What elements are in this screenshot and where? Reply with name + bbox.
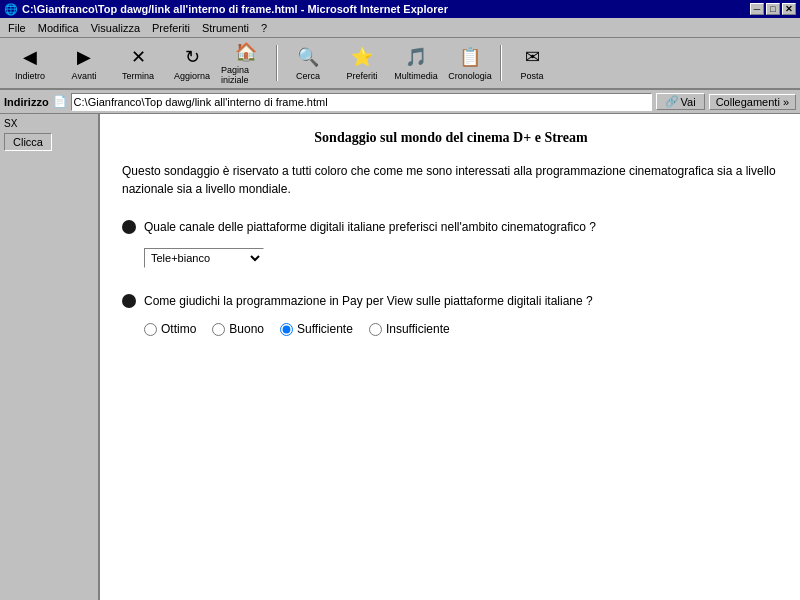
clicca-button[interactable]: Clicca — [4, 133, 52, 151]
stop-label: Termina — [122, 71, 154, 81]
menu-help[interactable]: ? — [255, 20, 273, 36]
history-button[interactable]: 📋 Cronologia — [444, 41, 496, 85]
question-2-block: Come giudichi la programmazione in Pay p… — [122, 292, 780, 336]
address-bar: Indirizzo 📄 🔗 Vai Collegamenti » — [0, 90, 800, 114]
content-frame: Sondaggio sul mondo del cinema D+ e Stre… — [100, 114, 800, 600]
menu-modifica[interactable]: Modifica — [32, 20, 85, 36]
menu-file[interactable]: File — [2, 20, 32, 36]
radio-insufficiente[interactable] — [369, 323, 382, 336]
home-icon: 🏠 — [234, 41, 258, 63]
search-button[interactable]: 🔍 Cerca — [282, 41, 334, 85]
mail-button[interactable]: ✉ Posta — [506, 41, 558, 85]
forward-button[interactable]: ▶ Avanti — [58, 41, 110, 85]
main-area: SX Clicca Sondaggio sul mondo del cinema… — [0, 114, 800, 600]
multimedia-icon: 🎵 — [404, 45, 428, 69]
forward-label: Avanti — [72, 71, 97, 81]
history-label: Cronologia — [448, 71, 492, 81]
maximize-button[interactable]: □ — [766, 3, 780, 15]
option-buono[interactable]: Buono — [212, 322, 264, 336]
favorites-button[interactable]: ⭐ Preferiti — [336, 41, 388, 85]
stop-icon: ✕ — [126, 45, 150, 69]
survey-intro: Questo sondaggio è riservato a tutti col… — [122, 162, 780, 198]
home-button[interactable]: 🏠 Pagina iniziale — [220, 41, 272, 85]
vai-label: Vai — [681, 96, 696, 108]
left-panel: SX Clicca — [0, 114, 100, 600]
toolbar-separator-2 — [500, 45, 502, 81]
address-input[interactable] — [71, 93, 652, 111]
toolbar: ◀ Indietro ▶ Avanti ✕ Termina ↻ Aggiorna… — [0, 38, 800, 90]
question-2-bullet — [122, 294, 136, 308]
refresh-label: Aggiorna — [174, 71, 210, 81]
search-icon: 🔍 — [296, 45, 320, 69]
collegamenti-label: Collegamenti » — [716, 96, 789, 108]
menu-preferiti[interactable]: Preferiti — [146, 20, 196, 36]
menu-bar: File Modifica Visualizza Preferiti Strum… — [0, 18, 800, 38]
refresh-icon: ↻ — [180, 45, 204, 69]
question-1-dropdown[interactable]: Tele+bianco Sky Cinema Mediaset Premium … — [144, 248, 264, 268]
survey-title: Sondaggio sul mondo del cinema D+ e Stre… — [122, 130, 780, 146]
question-2-radio-group: Ottimo Buono Sufficiente Insufficiente — [144, 322, 780, 336]
close-button[interactable]: ✕ — [782, 3, 796, 15]
minimize-button[interactable]: ─ — [750, 3, 764, 15]
stop-button[interactable]: ✕ Termina — [112, 41, 164, 85]
history-icon: 📋 — [458, 45, 482, 69]
back-button[interactable]: ◀ Indietro — [4, 41, 56, 85]
favorites-icon: ⭐ — [350, 45, 374, 69]
mail-label: Posta — [520, 71, 543, 81]
forward-icon: ▶ — [72, 45, 96, 69]
question-1-text: Quale canale delle piattaforme digitali … — [144, 218, 596, 236]
option-ottimo[interactable]: Ottimo — [144, 322, 196, 336]
sx-label: SX — [4, 118, 17, 129]
multimedia-button[interactable]: 🎵 Multimedia — [390, 41, 442, 85]
refresh-button[interactable]: ↻ Aggiorna — [166, 41, 218, 85]
multimedia-label: Multimedia — [394, 71, 438, 81]
vai-button[interactable]: 🔗 Vai — [656, 93, 705, 110]
collegamenti-button[interactable]: Collegamenti » — [709, 94, 796, 110]
question-1-block: Quale canale delle piattaforme digitali … — [122, 218, 780, 268]
menu-strumenti[interactable]: Strumenti — [196, 20, 255, 36]
ie-icon: 🌐 — [4, 3, 18, 16]
home-label: Pagina iniziale — [221, 65, 271, 85]
back-icon: ◀ — [18, 45, 42, 69]
back-label: Indietro — [15, 71, 45, 81]
radio-ottimo[interactable] — [144, 323, 157, 336]
address-label: Indirizzo — [4, 96, 49, 108]
question-1-bullet — [122, 220, 136, 234]
window-title: C:\Gianfranco\Top dawg/link all'interno … — [22, 3, 448, 15]
title-bar: 🌐 C:\Gianfranco\Top dawg/link all'intern… — [0, 0, 800, 18]
vai-arrow-icon: 🔗 — [665, 95, 679, 108]
option-insufficiente[interactable]: Insufficiente — [369, 322, 450, 336]
menu-visualizza[interactable]: Visualizza — [85, 20, 146, 36]
radio-buono[interactable] — [212, 323, 225, 336]
mail-icon: ✉ — [520, 45, 544, 69]
favorites-label: Preferiti — [346, 71, 377, 81]
toolbar-separator-1 — [276, 45, 278, 81]
search-label: Cerca — [296, 71, 320, 81]
address-page-icon: 📄 — [53, 95, 67, 108]
radio-sufficiente[interactable] — [280, 323, 293, 336]
question-2-text: Come giudichi la programmazione in Pay p… — [144, 292, 593, 310]
option-sufficiente[interactable]: Sufficiente — [280, 322, 353, 336]
